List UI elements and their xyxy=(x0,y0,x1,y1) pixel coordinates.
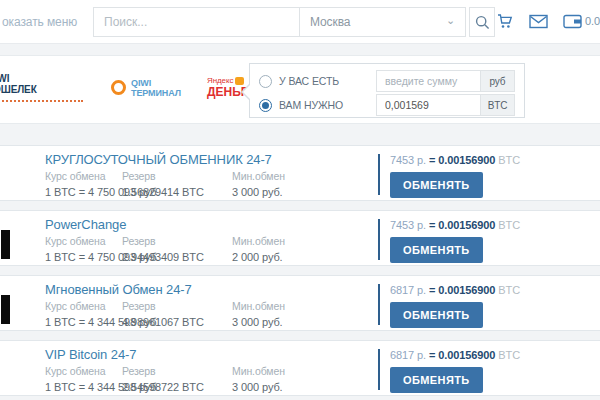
divider xyxy=(378,284,380,325)
dotted-underline xyxy=(0,100,83,102)
reserve-value: 2.54598722 BTC xyxy=(122,381,204,393)
reserve-column: Резерв 2.94493409 BTC xyxy=(122,235,204,263)
exchanger-card: Мгновенный Обмен 24-7 Курс обмена 1 BTC … xyxy=(0,275,600,331)
converter-widget: У ВАС ЕСТЬ руб ВАМ НУЖНО BTC xyxy=(249,63,525,118)
price-btc: = 0.00156900 xyxy=(429,154,495,166)
topbar-icons: 0.0 xyxy=(481,12,600,30)
exchange-button[interactable]: ОБМЕНЯТЬ xyxy=(390,237,483,263)
reserve-column: Резерв 1.56829414 BTC xyxy=(122,170,204,198)
reserve-value: 4.98961067 BTC xyxy=(122,316,204,328)
price-btc: = 0.00156900 xyxy=(429,284,495,296)
show-menu-button[interactable]: оказать меню xyxy=(2,15,77,29)
min-value: 3 000 руб. xyxy=(232,186,285,198)
exchanger-title-link[interactable]: КРУГЛОСУТОЧНЫЙ ОБМЕННИК 24-7 xyxy=(45,152,272,167)
converter-row-need: ВАМ НУЖНО BTC xyxy=(259,94,515,116)
qiwi-ring-icon xyxy=(111,80,126,95)
price-currency: BTC xyxy=(498,219,520,231)
mail-icon[interactable] xyxy=(529,14,548,29)
wallet-balance: 0.0 xyxy=(585,15,600,27)
search-input[interactable] xyxy=(93,7,300,37)
qiwi-wallet-logo[interactable]: QIWI КОШЕЛЕК xyxy=(0,73,83,102)
radio-need[interactable] xyxy=(259,99,272,112)
min-value: 3 000 руб. xyxy=(232,316,285,328)
amount-need-input[interactable] xyxy=(376,94,481,116)
exchange-button[interactable]: ОБМЕНЯТЬ xyxy=(390,367,483,393)
price-line: 6817 р. = 0.00156900 BTC xyxy=(390,284,520,296)
min-column: Мин.обмен 3 000 руб. xyxy=(232,300,285,328)
price-line: 7453 р. = 0.00156900 BTC xyxy=(390,154,520,166)
exchanger-list: КРУГЛОСУТОЧНЫЙ ОБМЕННИК 24-7 Курс обмена… xyxy=(0,145,600,400)
amount-have-input[interactable] xyxy=(376,70,481,92)
exchanger-logo-cut xyxy=(1,230,10,259)
qiwi-terminal-logo[interactable]: QIWI ТЕРМИНАЛ xyxy=(111,78,181,98)
exchange-button[interactable]: ОБМЕНЯТЬ xyxy=(390,172,483,198)
min-column: Мин.обмен 3 000 руб. xyxy=(232,170,285,198)
reserve-label: Резерв xyxy=(122,170,204,182)
exchanger-card: PowerChange Курс обмена 1 BTC = 4 750 09… xyxy=(0,210,600,266)
reserve-value: 1.56829414 BTC xyxy=(122,186,204,198)
exchanger-title-link[interactable]: PowerChange xyxy=(45,217,126,232)
min-column: Мин.обмен 3 000 руб. xyxy=(232,365,285,393)
min-label: Мин.обмен xyxy=(232,235,285,247)
exchanger-card: КРУГЛОСУТОЧНЫЙ ОБМЕННИК 24-7 Курс обмена… xyxy=(0,145,600,201)
min-label: Мин.обмен xyxy=(232,365,285,377)
radio-have-label: У ВАС ЕСТЬ xyxy=(279,75,339,87)
price-rub: 6817 р. xyxy=(390,349,426,361)
yandex-label: Яндекс xyxy=(207,76,233,85)
chevron-down-icon: ⌄ xyxy=(446,15,455,26)
exchange-button[interactable]: ОБМЕНЯТЬ xyxy=(390,302,483,328)
reserve-column: Резерв 4.98961067 BTC xyxy=(122,300,204,328)
exchanger-logo-cut xyxy=(1,295,10,324)
city-select[interactable]: Москва ⌄ xyxy=(300,7,466,37)
min-column: Мин.обмен 2 000 руб. xyxy=(232,235,285,263)
price-rub: 7453 р. xyxy=(390,154,426,166)
price-line: 6817 р. = 0.00156900 BTC xyxy=(390,349,520,361)
reserve-label: Резерв xyxy=(122,300,204,312)
qiwi-terminal-line1: QIWI xyxy=(131,78,181,88)
qiwi-terminal-line2: ТЕРМИНАЛ xyxy=(131,88,181,98)
price-currency: BTC xyxy=(498,284,520,296)
price-currency: BTC xyxy=(498,154,520,166)
qiwi-wallet-line2: КОШЕЛЕК xyxy=(0,84,83,95)
divider xyxy=(378,349,380,390)
converter-row-have: У ВАС ЕСТЬ руб xyxy=(259,70,515,92)
reserve-column: Резерв 2.54598722 BTC xyxy=(122,365,204,393)
price-rub: 7453 р. xyxy=(390,219,426,231)
filter-panel: QIWI КОШЕЛЕК QIWI ТЕРМИНАЛ Яндекс ДЕНЬГИ… xyxy=(0,55,600,124)
min-label: Мин.обмен xyxy=(232,170,285,182)
search-group: Москва ⌄ xyxy=(93,7,495,37)
topbar: оказать меню Москва ⌄ 0.0 xyxy=(0,0,600,44)
currency-rub-label: руб xyxy=(481,70,515,92)
qiwi-wallet-line1: QIWI xyxy=(0,73,83,84)
price-rub: 6817 р. xyxy=(390,284,426,296)
radio-need-label: ВАМ НУЖНО xyxy=(279,99,343,111)
price-btc: = 0.00156900 xyxy=(429,219,495,231)
price-line: 7453 р. = 0.00156900 BTC xyxy=(390,219,520,231)
min-value: 2 000 руб. xyxy=(232,251,285,263)
reserve-label: Резерв xyxy=(122,365,204,377)
exchanger-title-link[interactable]: VIP Bitcoin 24-7 xyxy=(45,347,136,362)
city-select-value: Москва xyxy=(310,15,350,29)
currency-btc-label: BTC xyxy=(481,94,515,116)
min-value: 3 000 руб. xyxy=(232,381,285,393)
price-currency: BTC xyxy=(498,349,520,361)
reserve-value: 2.94493409 BTC xyxy=(122,251,204,263)
min-label: Мин.обмен xyxy=(232,300,285,312)
cart-icon[interactable] xyxy=(496,12,514,30)
reserve-label: Резерв xyxy=(122,235,204,247)
divider xyxy=(378,219,380,260)
wallet-icon[interactable]: 0.0 xyxy=(563,14,600,29)
radio-have[interactable] xyxy=(259,75,272,88)
exchanger-card: VIP Bitcoin 24-7 Курс обмена 1 BTC = 4 3… xyxy=(0,340,600,396)
divider xyxy=(378,154,380,195)
exchanger-title-link[interactable]: Мгновенный Обмен 24-7 xyxy=(45,282,192,297)
price-btc: = 0.00156900 xyxy=(429,349,495,361)
